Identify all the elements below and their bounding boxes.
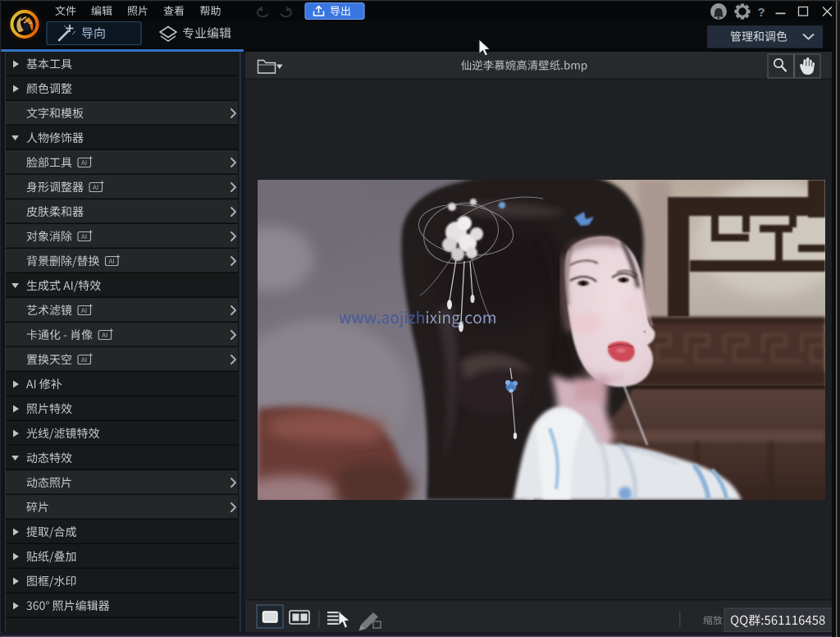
svg-text:?: ? — [757, 5, 765, 19]
